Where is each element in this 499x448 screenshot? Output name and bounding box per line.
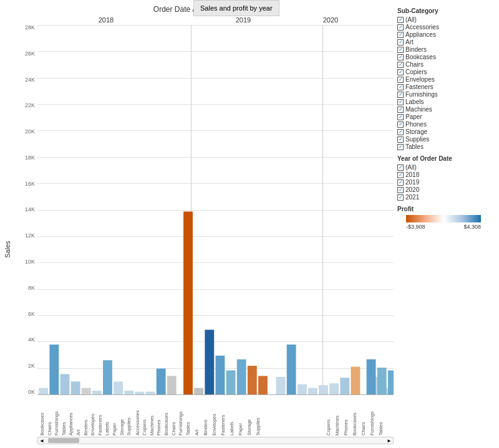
subcategory-legend-title: Sub-Category bbox=[397, 7, 493, 14]
legend-checkbox-supplies[interactable] bbox=[397, 136, 404, 143]
bar-2018-labels[interactable] bbox=[135, 392, 144, 394]
bar-2018-furnishings[interactable] bbox=[61, 374, 70, 394]
year-label-2019: 2019 bbox=[175, 16, 312, 24]
x-label-furnishings-2018b: Furnishings bbox=[176, 395, 183, 436]
legend-item-envelopes[interactable]: Envelopes bbox=[397, 76, 493, 83]
bar-2018-fasteners[interactable] bbox=[124, 391, 133, 394]
legend-checkbox-chairs[interactable] bbox=[397, 62, 404, 68]
legend-item-machines[interactable]: Machines bbox=[397, 106, 493, 113]
bar-2018b-tables[interactable] bbox=[258, 376, 268, 394]
legend-checkbox-phones[interactable] bbox=[397, 122, 404, 128]
legend-checkbox-labels[interactable] bbox=[397, 99, 404, 105]
legend-item-furnishings[interactable]: Furnishings bbox=[397, 91, 493, 98]
bar-2018-phones[interactable] bbox=[216, 356, 225, 394]
bar-2018-envelopes[interactable] bbox=[114, 381, 123, 394]
x-label-copiers-2018b: Copiers bbox=[140, 395, 147, 436]
horizontal-scrollbar[interactable]: ◄ ► bbox=[37, 437, 394, 444]
chart-section: Order Date / Sub-Category Sales 2018 201… bbox=[2, 5, 394, 446]
bar-2019-binders[interactable] bbox=[287, 345, 296, 394]
bar-2019-paper[interactable] bbox=[329, 383, 339, 394]
bar-2018-machines[interactable] bbox=[205, 330, 214, 394]
bar-2018-storage[interactable] bbox=[157, 368, 166, 394]
bar-2018-art[interactable] bbox=[92, 391, 102, 394]
bar-2020-chairs[interactable] bbox=[388, 370, 394, 394]
x-label-chairs-2020: Chairs bbox=[357, 395, 366, 436]
legend-label-storage: Storage bbox=[405, 128, 427, 135]
bar-2018-copiers[interactable] bbox=[194, 388, 203, 394]
legend-checkbox-year-2019[interactable] bbox=[397, 179, 404, 186]
bar-2019-storage[interactable] bbox=[340, 378, 349, 394]
x-label-binders-2018: Binders bbox=[81, 395, 89, 436]
legend-checkbox-year-2021[interactable] bbox=[397, 194, 404, 201]
bar-2018b-chairs[interactable] bbox=[237, 360, 246, 394]
bar-2019-fasteners[interactable] bbox=[308, 388, 317, 394]
legend-item-labels[interactable]: Labels bbox=[397, 98, 493, 105]
legend-checkbox-copiers[interactable] bbox=[397, 69, 404, 75]
legend-item-phones[interactable]: Phones bbox=[397, 121, 493, 128]
year-label-2018: 2018 bbox=[37, 16, 175, 24]
legend-checkbox-furnishings[interactable] bbox=[397, 92, 404, 98]
legend-item-year-2018[interactable]: 2018 bbox=[397, 171, 493, 178]
scroll-left-btn[interactable]: ◄ bbox=[39, 438, 44, 444]
bar-2018-accessories[interactable] bbox=[183, 211, 193, 394]
bar-2018-tables[interactable] bbox=[71, 381, 80, 394]
legend-checkbox-tables[interactable] bbox=[397, 144, 404, 150]
legend-checkbox-art[interactable] bbox=[397, 39, 404, 45]
legend-checkbox-accessories[interactable] bbox=[397, 24, 404, 31]
x-label-labels-2019: Labels bbox=[226, 395, 235, 436]
legend-item-binders[interactable]: Binders bbox=[397, 46, 493, 53]
legend-item-fasteners[interactable]: Fasteners bbox=[397, 83, 493, 90]
scroll-right-btn[interactable]: ► bbox=[387, 438, 392, 444]
legend-item-appliances[interactable]: Appliances bbox=[397, 31, 493, 38]
bar-2020-bookcases[interactable] bbox=[377, 368, 387, 394]
legend-checkbox-storage[interactable] bbox=[397, 129, 404, 135]
bar-2020-phones[interactable] bbox=[367, 360, 376, 394]
y-tick-22k: 22K bbox=[25, 103, 35, 108]
legend-label-machines: Machines bbox=[405, 106, 432, 113]
legend-checkbox-machines[interactable] bbox=[397, 107, 404, 113]
bar-2018b-bookcases[interactable] bbox=[226, 370, 236, 394]
legend-checkbox-binders[interactable] bbox=[397, 47, 404, 53]
bar-2018-bookcases[interactable] bbox=[39, 388, 48, 394]
legend-checkbox-fasteners[interactable] bbox=[397, 84, 404, 90]
bar-2018-chairs[interactable] bbox=[49, 345, 59, 394]
y-tick-6k: 6K bbox=[28, 312, 35, 317]
bar-2018-binders[interactable] bbox=[103, 360, 112, 394]
bar-2019-labels[interactable] bbox=[319, 385, 328, 394]
legend-item-year-2021[interactable]: 2021 bbox=[397, 194, 493, 201]
legend-item-tables[interactable]: Tables bbox=[397, 143, 493, 150]
legend-checkbox-envelopes[interactable] bbox=[397, 77, 404, 83]
legend-checkbox-year-2020[interactable] bbox=[397, 187, 404, 193]
bar-2019-supplies[interactable] bbox=[351, 367, 360, 394]
legend-checkbox-bookcases[interactable] bbox=[397, 54, 404, 60]
bar-2018-appliances[interactable] bbox=[82, 388, 91, 394]
legend-item-chairs[interactable]: Chairs bbox=[397, 61, 493, 68]
legend-item-supplies[interactable]: Supplies bbox=[397, 136, 493, 143]
x-label-phones-2018b: Phones bbox=[154, 395, 162, 436]
bar-2018-paper[interactable] bbox=[146, 392, 155, 394]
legend-item-year-2019[interactable]: 2019 bbox=[397, 179, 493, 186]
legend-item-paper[interactable]: Paper bbox=[397, 113, 493, 120]
legend-item-year-all[interactable]: (All) bbox=[397, 164, 493, 171]
bar-2018b-furnishings[interactable] bbox=[248, 366, 257, 394]
legend-item-art[interactable]: Art bbox=[397, 39, 493, 45]
legend-item-year-2020[interactable]: 2020 bbox=[397, 186, 493, 193]
bar-2019-envelopes[interactable] bbox=[298, 384, 307, 394]
legend-label-envelopes: Envelopes bbox=[405, 76, 435, 83]
y-tick-8k: 8K bbox=[28, 285, 35, 291]
legend-checkbox-paper[interactable] bbox=[397, 114, 404, 120]
legend-item-accessories[interactable]: Accessories bbox=[397, 24, 493, 31]
legend-item-copiers[interactable]: Copiers bbox=[397, 69, 493, 75]
legend-item-storage[interactable]: Storage bbox=[397, 128, 493, 135]
legend-label-accessories: Accessories bbox=[405, 24, 439, 31]
legend-checkbox-year-all[interactable] bbox=[397, 164, 404, 171]
legend-item-all[interactable]: (All) bbox=[397, 16, 493, 23]
legend-checkbox-appliances[interactable] bbox=[397, 32, 404, 38]
legend-checkbox-all[interactable] bbox=[397, 17, 404, 23]
scrollbar-thumb[interactable] bbox=[48, 438, 79, 443]
x-label-labels-2018: Labels bbox=[102, 395, 110, 436]
bar-2018-supplies[interactable] bbox=[167, 376, 177, 394]
legend-item-bookcases[interactable]: Bookcases bbox=[397, 54, 493, 60]
legend-checkbox-year-2018[interactable] bbox=[397, 172, 404, 178]
bar-2019-art[interactable] bbox=[276, 377, 286, 394]
